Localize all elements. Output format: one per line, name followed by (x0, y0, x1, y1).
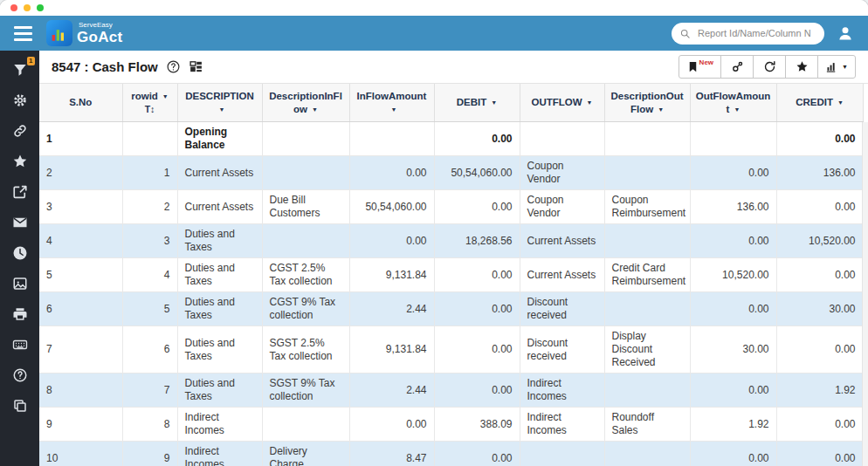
mail-icon (12, 215, 28, 230)
table-row[interactable]: 65Duties and TaxesCGST 9% Tax collection… (39, 292, 863, 326)
cell-rowid: 5 (122, 292, 177, 326)
column-filter-caret-icon[interactable]: ▼ (587, 99, 593, 106)
chevron-down-icon: ▼ (842, 64, 848, 70)
cell-outflow: Indirect Incomes (520, 373, 604, 408)
cell-inflowamount: 9,131.84 (349, 326, 434, 373)
cell-descriptioninflow (262, 156, 349, 190)
user-icon[interactable] (837, 24, 854, 42)
sidebar-item-help[interactable] (11, 367, 29, 383)
cell-outflow: Current Assets (520, 258, 604, 292)
column-filter-caret-icon[interactable]: ▼ (219, 106, 225, 113)
column-header-rowid[interactable]: rowid▼T↕ (122, 84, 177, 122)
table-row[interactable]: 54Duties and TaxesCGST 2.5% Tax collecti… (39, 258, 863, 292)
table-row[interactable]: 32Current AssetsDue Bill Customers50,54,… (39, 190, 863, 224)
table-row[interactable]: 87Duties and TaxesSGST 9% Tax collection… (39, 373, 863, 408)
cell-credit: 0.00 (776, 442, 863, 466)
cell-credit: 30.00 (776, 292, 863, 326)
column-filter-caret-icon[interactable]: ▼ (391, 106, 397, 113)
hamburger-menu-icon[interactable] (14, 26, 32, 41)
toolbar-star-button[interactable] (785, 55, 818, 79)
cell-outflowamount: 1.92 (690, 408, 776, 442)
cell-outflowamount: 10,520.00 (690, 258, 776, 292)
keyboard-icon (12, 337, 28, 353)
cell-descriptioninflow: Delivery Charge (262, 442, 349, 466)
column-header-credit[interactable]: CREDIT▼ (776, 84, 863, 122)
vertical-scrollbar[interactable] (862, 122, 868, 466)
window-close-button[interactable] (10, 4, 17, 11)
column-filter-caret-icon[interactable]: ▼ (658, 106, 664, 113)
table-row[interactable]: 43Duties and Taxes0.0018,268.56Current A… (39, 224, 863, 258)
column-header-s-no: S.No (39, 84, 122, 122)
column-filter-caret-icon[interactable]: ▼ (837, 99, 844, 106)
sidebar-item-clock[interactable] (11, 244, 29, 261)
sidebar-item-image[interactable] (11, 275, 29, 291)
bookmark-button[interactable]: New (679, 55, 721, 79)
table-row[interactable]: 76Duties and TaxesSGST 2.5% Tax collecti… (39, 326, 863, 373)
star-icon (12, 154, 28, 169)
page-title: 8547 : Cash Flow (52, 59, 158, 74)
table-row[interactable]: 98Indirect Incomes0.00388.09Indirect Inc… (39, 408, 863, 442)
column-header-debit[interactable]: DEBIT▼ (434, 84, 520, 122)
refresh-button[interactable] (753, 55, 786, 79)
column-header-outflowamount[interactable]: OutFlowAmount▼ (690, 84, 776, 122)
grid-icon[interactable] (189, 59, 203, 74)
cell-outflow (520, 442, 604, 466)
help-circle-icon[interactable] (166, 59, 181, 74)
cell-rowid: 1 (122, 156, 177, 190)
cell-debit: 0.00 (434, 292, 520, 326)
cell-descriptionoutflow (604, 292, 690, 326)
table-row[interactable]: 109Indirect IncomesDelivery Charge8.470.… (39, 442, 863, 466)
cell-outflowamount: 0.00 (690, 156, 776, 190)
chart-button[interactable]: ▼ (817, 55, 856, 79)
cell-s-no: 3 (39, 190, 122, 224)
window-maximize-button[interactable] (37, 4, 44, 11)
table-row[interactable]: 1Opening Balance0.000.00 (39, 122, 863, 156)
cell-descriptionoutflow (604, 156, 690, 190)
copy-icon (12, 398, 28, 414)
cell-descriptioninflow (262, 224, 349, 258)
column-filter-caret-icon[interactable]: ▼ (312, 106, 318, 113)
sort-indicator[interactable]: T↕ (127, 103, 173, 116)
cell-s-no: 4 (39, 224, 122, 258)
key-button[interactable] (720, 55, 754, 79)
sidebar-item-share[interactable] (11, 183, 29, 200)
column-header-outflow[interactable]: OUTFLOW▼ (520, 84, 604, 122)
column-filter-caret-icon[interactable]: ▼ (734, 106, 740, 113)
cell-outflowamount: 0.00 (690, 292, 776, 326)
column-header-descriptioninflow[interactable]: DescriptionInFlow▼ (262, 84, 349, 122)
report-table-zone: S.Norowid▼T↕DESCRIPTION▼DescriptionInFlo… (39, 84, 868, 466)
cell-inflowamount: 2.44 (349, 292, 434, 326)
sidebar-item-gear[interactable] (11, 92, 29, 108)
cell-descriptionoutflow (604, 442, 690, 466)
cell-description: Duties and Taxes (177, 373, 262, 408)
cell-outflowamount: 0.00 (690, 224, 776, 258)
sidebar-item-keyboard[interactable] (11, 336, 29, 353)
sidebar: 1 (0, 51, 39, 466)
sidebar-item-link[interactable] (11, 122, 29, 139)
cell-descriptioninflow: CGST 9% Tax collection (262, 292, 349, 326)
cell-outflow (520, 122, 604, 156)
cell-description: Current Assets (177, 156, 262, 190)
cell-credit: 10,520.00 (776, 224, 863, 258)
bookmark-icon (686, 60, 699, 73)
cell-outflow: Discount received (520, 292, 604, 326)
column-header-description[interactable]: DESCRIPTION▼ (177, 84, 262, 122)
search-input[interactable] (696, 27, 816, 39)
cell-descriptionoutflow: Coupon Reimbursement (604, 190, 690, 224)
window-minimize-button[interactable] (24, 4, 31, 11)
column-filter-caret-icon[interactable]: ▼ (162, 93, 169, 99)
report-search (672, 23, 824, 45)
filter-icon (12, 62, 28, 78)
link-icon (12, 123, 28, 139)
sidebar-item-mail[interactable] (11, 214, 29, 230)
cell-rowid: 8 (122, 408, 177, 442)
sidebar-item-star[interactable] (11, 153, 29, 169)
browser-titlebar (0, 0, 868, 16)
column-filter-caret-icon[interactable]: ▼ (491, 99, 497, 106)
column-header-descriptionoutflow[interactable]: DescriptionOutFlow▼ (604, 84, 690, 122)
sidebar-item-filter[interactable]: 1 (11, 61, 29, 78)
sidebar-item-printer[interactable] (11, 305, 29, 322)
column-header-inflowamount[interactable]: InFlowAmount▼ (349, 84, 434, 122)
sidebar-item-copy[interactable] (11, 397, 29, 414)
table-row[interactable]: 21Current Assets0.0050,54,060.00Coupon V… (39, 156, 863, 190)
